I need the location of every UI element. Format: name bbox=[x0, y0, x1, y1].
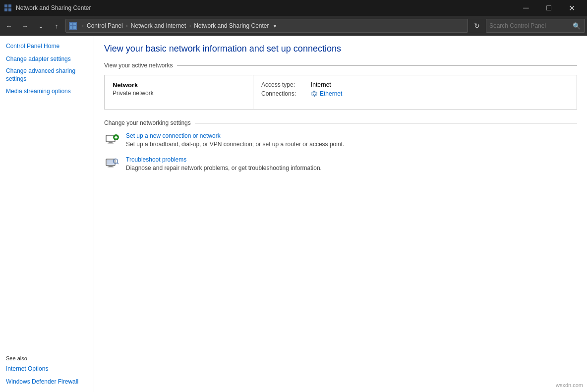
path-network-internet[interactable]: Network and Internet bbox=[131, 22, 186, 29]
svg-rect-12 bbox=[315, 94, 316, 95]
svg-rect-8 bbox=[313, 91, 315, 92]
setup-connection-link[interactable]: Set up a new connection or network bbox=[126, 132, 577, 139]
troubleshoot-icon bbox=[104, 156, 120, 172]
minimize-button[interactable]: ─ bbox=[515, 0, 537, 16]
svg-rect-23 bbox=[108, 167, 114, 168]
main-container: Control Panel Home Change adapter settin… bbox=[0, 36, 587, 392]
network-left-panel: Network Private network bbox=[105, 75, 253, 109]
setup-connection-icon bbox=[104, 132, 120, 148]
svg-rect-15 bbox=[109, 142, 113, 143]
setup-connection-desc: Set up a broadband, dial-up, or VPN conn… bbox=[126, 141, 344, 148]
change-settings-label: Change your networking settings bbox=[104, 119, 191, 126]
address-bar: ← → ⌄ ↑ › Control Panel › Network and In… bbox=[0, 16, 587, 36]
refresh-button[interactable]: ↻ bbox=[470, 19, 484, 33]
maximize-button[interactable]: □ bbox=[537, 0, 560, 16]
window-controls: ─ □ ✕ bbox=[515, 0, 583, 16]
setup-connection-text: Set up a new connection or network Set u… bbox=[126, 132, 577, 148]
access-type-row: Access type: Internet bbox=[261, 81, 569, 88]
svg-rect-13 bbox=[314, 95, 315, 97]
svg-rect-16 bbox=[108, 143, 114, 144]
sidebar-item-adapter-settings[interactable]: Change adapter settings bbox=[0, 53, 94, 65]
troubleshoot-item: Troubleshoot problems Diagnose and repai… bbox=[104, 156, 577, 172]
svg-rect-22 bbox=[109, 166, 113, 167]
sidebar-item-internet-options[interactable]: Internet Options bbox=[0, 362, 94, 375]
svg-rect-6 bbox=[70, 26, 72, 29]
sidebar-item-advanced-sharing[interactable]: Change advanced sharing settings bbox=[0, 65, 94, 85]
svg-rect-7 bbox=[73, 26, 76, 29]
access-type-label: Access type: bbox=[261, 81, 311, 88]
troubleshoot-link[interactable]: Troubleshoot problems bbox=[126, 156, 577, 163]
content-area: View your basic network information and … bbox=[94, 36, 587, 392]
troubleshoot-text: Troubleshoot problems Diagnose and repai… bbox=[126, 156, 577, 171]
sidebar-item-control-panel-home[interactable]: Control Panel Home bbox=[0, 40, 94, 53]
svg-rect-1 bbox=[8, 4, 11, 7]
path-sep-1: › bbox=[82, 22, 84, 29]
network-info-box: Network Private network Access type: Int… bbox=[104, 75, 577, 110]
address-path[interactable]: › Control Panel › Network and Internet ›… bbox=[65, 19, 468, 33]
path-sep-3: › bbox=[189, 22, 191, 29]
svg-line-25 bbox=[117, 163, 118, 164]
connections-row: Connections: Ethernet bbox=[261, 90, 569, 97]
svg-rect-11 bbox=[313, 94, 314, 95]
forward-button[interactable]: → bbox=[18, 19, 32, 33]
app-icon bbox=[4, 4, 12, 12]
svg-rect-0 bbox=[4, 4, 7, 7]
search-box[interactable]: 🔍 bbox=[486, 19, 585, 33]
network-type: Private network bbox=[113, 90, 245, 97]
path-sharing-center[interactable]: Network and Sharing Center bbox=[194, 22, 269, 29]
troubleshoot-desc: Diagnose and repair network problems, or… bbox=[126, 165, 322, 171]
recent-locations-button[interactable]: ⌄ bbox=[34, 19, 48, 33]
control-panel-icon bbox=[69, 22, 77, 30]
setup-connection-item: Set up a new connection or network Set u… bbox=[104, 132, 577, 148]
change-settings-header: Change your networking settings bbox=[104, 119, 577, 126]
active-networks-label: View your active networks bbox=[104, 62, 173, 69]
search-input[interactable] bbox=[489, 22, 572, 29]
close-button[interactable]: ✕ bbox=[560, 0, 583, 16]
ethernet-icon bbox=[311, 90, 318, 97]
window-title: Network and Sharing Center bbox=[16, 4, 515, 11]
network-name: Network bbox=[113, 81, 245, 89]
sidebar-item-media-streaming[interactable]: Media streaming options bbox=[0, 85, 94, 98]
watermark: wsxdn.com bbox=[556, 382, 583, 388]
path-sep-2: › bbox=[126, 22, 128, 29]
sidebar-item-windows-firewall[interactable]: Windows Defender Firewall bbox=[0, 375, 94, 388]
sidebar: Control Panel Home Change adapter settin… bbox=[0, 36, 94, 392]
ethernet-link[interactable]: Ethernet bbox=[320, 90, 342, 97]
change-settings-divider bbox=[195, 123, 577, 123]
see-also-label: See also bbox=[0, 353, 94, 362]
search-icon-button[interactable]: 🔍 bbox=[572, 21, 582, 31]
path-control-panel[interactable]: Control Panel bbox=[87, 22, 123, 29]
page-title: View your basic network information and … bbox=[104, 44, 577, 54]
svg-rect-4 bbox=[70, 23, 72, 25]
active-networks-divider bbox=[177, 65, 577, 66]
path-dropdown-button[interactable]: ▼ bbox=[270, 19, 280, 33]
active-networks-header: View your active networks bbox=[104, 62, 577, 69]
svg-rect-19 bbox=[115, 137, 117, 138]
svg-rect-2 bbox=[4, 8, 7, 11]
svg-rect-3 bbox=[8, 8, 11, 11]
title-bar: Network and Sharing Center ─ □ ✕ bbox=[0, 0, 587, 16]
access-type-value: Internet bbox=[311, 81, 331, 88]
connections-label: Connections: bbox=[261, 90, 311, 97]
back-button[interactable]: ← bbox=[2, 19, 16, 33]
svg-rect-5 bbox=[73, 23, 76, 25]
network-right-panel: Access type: Internet Connections: bbox=[253, 75, 577, 109]
up-button[interactable]: ↑ bbox=[50, 19, 63, 33]
svg-rect-10 bbox=[312, 92, 317, 95]
